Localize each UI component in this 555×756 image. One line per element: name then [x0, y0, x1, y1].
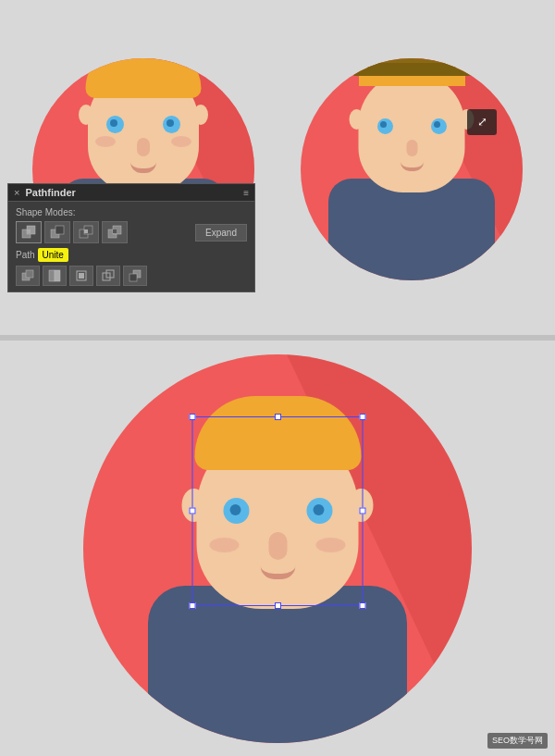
ear-right-large	[350, 489, 374, 522]
svg-rect-20	[130, 274, 137, 281]
cursor-icon: ⤢	[467, 109, 497, 135]
hat-brim	[352, 63, 472, 76]
unite-tooltip: Unite	[38, 248, 68, 262]
path-label: Path	[16, 250, 35, 260]
head-large	[197, 428, 359, 609]
pathfinder-buttons-row	[16, 266, 247, 286]
svg-rect-12	[26, 270, 33, 278]
crop-button[interactable]	[69, 266, 93, 286]
cheek-left	[95, 136, 116, 147]
outline-button[interactable]	[96, 266, 120, 286]
title-left: × Pathfinder	[14, 187, 76, 198]
panel-body: Shape Modes:	[8, 202, 254, 291]
head-right	[359, 72, 465, 192]
nose	[137, 138, 150, 156]
ear-left	[79, 105, 93, 125]
bottom-section	[0, 341, 555, 756]
exclude-button[interactable]	[102, 221, 128, 243]
intersect-button[interactable]	[73, 221, 99, 243]
minus-back-button[interactable]	[123, 266, 147, 286]
trim-button[interactable]	[16, 266, 40, 286]
eye-right-large	[306, 498, 332, 524]
eye-right	[163, 116, 180, 133]
watermark: SEO数学号网	[487, 733, 548, 749]
ear-right	[193, 105, 208, 125]
cheek-right-large	[316, 538, 346, 552]
svg-rect-7	[84, 229, 88, 233]
handle-tl	[190, 414, 196, 420]
ear-left-right-avatar	[350, 109, 364, 130]
svg-rect-14	[55, 270, 60, 281]
shape-modes-row: Expand	[16, 221, 247, 243]
ear-left-large	[182, 489, 206, 522]
shirt-right	[328, 179, 495, 280]
cheek-left-large	[210, 538, 240, 552]
shirt-large	[148, 586, 407, 743]
expand-button[interactable]: Expand	[195, 224, 247, 242]
eye-left	[106, 116, 124, 133]
top-right-avatar: ⤢	[301, 58, 523, 280]
pathfinder-row: Path Unite	[16, 248, 247, 262]
hair	[86, 58, 202, 98]
eye-left-r	[377, 118, 393, 134]
hair-large	[194, 396, 361, 470]
svg-rect-4	[56, 226, 64, 234]
panel-titlebar: × Pathfinder ≡	[8, 184, 254, 202]
eyes-container	[106, 116, 180, 133]
cheek-right	[171, 136, 191, 147]
unite-button[interactable]	[16, 221, 42, 243]
eye-right-r	[431, 118, 447, 134]
nose-large	[268, 532, 287, 560]
svg-rect-2	[27, 229, 31, 233]
mouth-right	[401, 162, 424, 171]
svg-rect-16	[79, 273, 84, 279]
pathfinder-panel: × Pathfinder ≡ Shape Modes:	[7, 183, 255, 292]
bottom-avatar-circle	[83, 354, 472, 743]
eyes-container-right	[377, 118, 447, 134]
eye-left-large	[223, 498, 249, 524]
head	[88, 68, 199, 192]
panel-menu-icon[interactable]: ≡	[243, 188, 249, 198]
panel-title: Pathfinder	[25, 187, 75, 198]
shape-modes-label: Shape Modes:	[16, 207, 247, 217]
mouth	[130, 162, 156, 173]
panel-close-button[interactable]: ×	[14, 187, 19, 198]
svg-rect-13	[49, 270, 55, 281]
nose-right	[406, 140, 417, 156]
mouth-large	[260, 565, 295, 579]
merge-button[interactable]	[43, 266, 67, 286]
minus-front-button[interactable]	[44, 221, 70, 243]
eyes-container-large	[223, 498, 332, 524]
svg-rect-10	[113, 229, 117, 233]
